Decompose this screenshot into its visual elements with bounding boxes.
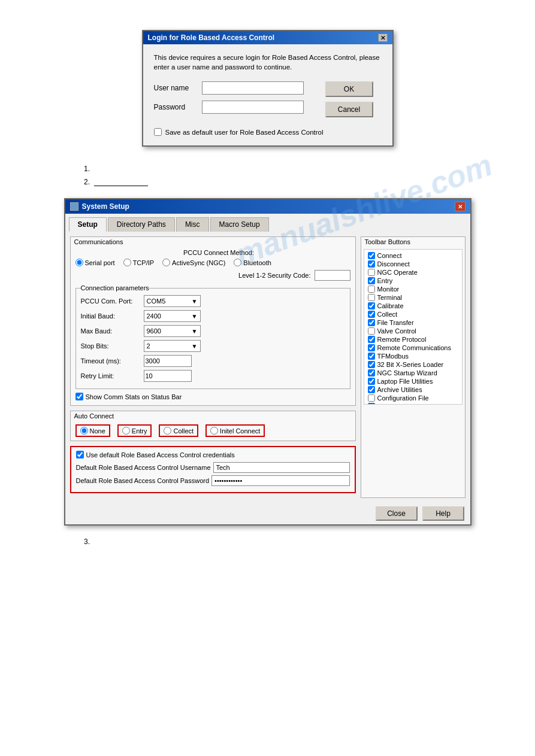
toolbar-item: NGC Startup Wizard: [368, 369, 458, 377]
toolbar-item-label: NGC Startup Wizard: [377, 369, 437, 377]
rbac-checkbox[interactable]: [76, 451, 84, 459]
right-panel: Toolbar Buttons ConnectDisconnectNGC Ope…: [361, 236, 466, 498]
toolbar-item: Connect: [368, 252, 458, 259]
rbac-password-row: Default Role Based Access Control Passwo…: [76, 475, 350, 486]
username-row: User name: [154, 81, 304, 95]
toolbar-item: Collect: [368, 311, 458, 318]
retry-row: Retry Limit:: [81, 370, 345, 382]
toolbar-item-checkbox[interactable]: [368, 361, 375, 368]
toolbar-item: Remote Communications: [368, 344, 458, 351]
ok-button[interactable]: OK: [325, 81, 373, 97]
auto-none[interactable]: None: [75, 424, 110, 437]
toolbar-section: Toolbar Buttons ConnectDisconnectNGC Ope…: [361, 236, 466, 498]
toolbar-item-checkbox[interactable]: [368, 336, 375, 343]
initial-baud-value: 2400: [147, 312, 161, 320]
toolbar-item-label: File Transfer: [377, 319, 414, 326]
toolbar-item: TFModbus: [368, 353, 458, 360]
toolbar-item-checkbox[interactable]: [368, 327, 375, 335]
toolbar-item-checkbox[interactable]: [368, 311, 375, 318]
rbac-checkbox-label: Use default Role Based Access Control cr…: [86, 451, 235, 459]
toolbar-list[interactable]: ConnectDisconnectNGC OperateEntryMonitor…: [364, 249, 463, 405]
comm-stats-checkbox[interactable]: [75, 393, 83, 400]
toolbar-item-checkbox[interactable]: [368, 386, 375, 393]
left-panel: Communications PCCU Connect Method: Seri…: [70, 236, 356, 498]
radio-serial[interactable]: Serial port: [75, 259, 115, 266]
toolbar-item-checkbox[interactable]: [368, 403, 375, 405]
security-input[interactable]: [315, 270, 350, 281]
comm-stats-label: Show Comm Stats on Status Bar: [86, 393, 182, 400]
toolbar-item-checkbox[interactable]: [368, 394, 375, 402]
retry-input[interactable]: [144, 370, 192, 382]
rbac-username-input[interactable]: [213, 462, 350, 473]
max-baud-select[interactable]: 9600 ▼: [144, 325, 201, 337]
toolbar-item: ID Manager: [368, 403, 458, 405]
radio-activesync[interactable]: ActiveSync (NGC): [162, 259, 225, 266]
initial-baud-select[interactable]: 2400 ▼: [144, 310, 201, 322]
toolbar-item: NGC Operate: [368, 269, 458, 276]
stop-bits-value: 2: [147, 342, 150, 350]
timeout-input[interactable]: [144, 355, 192, 367]
timeout-row: Timeout (ms):: [81, 355, 345, 367]
toolbar-item-checkbox[interactable]: [368, 252, 375, 259]
pccu-com-row: PCCU Com. Port: COM5 ▼: [81, 295, 345, 307]
login-titlebar: Login for Role Based Access Control ✕: [143, 31, 392, 44]
dropdown-arrow-icon: ▼: [192, 298, 198, 305]
toolbar-item-checkbox[interactable]: [368, 286, 375, 293]
stop-bits-label: Stop Bits:: [81, 342, 144, 350]
communications-inner: PCCU Connect Method: Serial port TCP/IP: [71, 247, 355, 405]
underline-ref: [94, 186, 148, 186]
auto-collect[interactable]: Collect: [159, 424, 198, 437]
toolbar-item-label: Configuration File: [377, 394, 429, 402]
toolbar-item-label: Entry: [377, 277, 393, 284]
tab-macro-setup[interactable]: Macro Setup: [210, 217, 269, 232]
radio-tcp[interactable]: TCP/IP: [123, 259, 154, 266]
toolbar-item: Entry: [368, 277, 458, 284]
tab-setup[interactable]: Setup: [69, 217, 107, 232]
security-row: Level 1-2 Security Code:: [75, 270, 350, 281]
list-item-1: 1.: [84, 165, 499, 173]
pccu-com-select[interactable]: COM5 ▼: [144, 295, 201, 307]
setup-title: System Setup: [82, 202, 129, 211]
dropdown-arrow-icon3: ▼: [192, 328, 198, 335]
save-default-checkbox[interactable]: [154, 128, 162, 136]
auto-entry[interactable]: Entry: [117, 424, 152, 437]
max-baud-row: Max Baud: 9600 ▼: [81, 325, 345, 337]
toolbar-item-checkbox[interactable]: [368, 294, 375, 301]
toolbar-item: Configuration File: [368, 394, 458, 402]
tab-misc[interactable]: Misc: [176, 217, 209, 232]
numbered-list: 1. 2.: [84, 165, 499, 186]
auto-connect-radios: None Entry Collect: [75, 424, 350, 437]
save-default-row: Save as default user for Role Based Acce…: [154, 128, 382, 136]
rbac-checkbox-row: Use default Role Based Access Control cr…: [76, 451, 350, 459]
username-input[interactable]: [202, 81, 304, 95]
cancel-button[interactable]: Cancel: [325, 102, 373, 117]
stop-bits-select[interactable]: 2 ▼: [144, 340, 201, 352]
save-default-label: Save as default user for Role Based Acce…: [165, 129, 324, 136]
toolbar-item-checkbox[interactable]: [368, 260, 375, 268]
rbac-password-input[interactable]: [211, 475, 349, 486]
toolbar-item: Monitor: [368, 286, 458, 293]
toolbar-item-checkbox[interactable]: [368, 302, 375, 309]
toolbar-item-checkbox[interactable]: [368, 344, 375, 351]
close-button[interactable]: Close: [376, 506, 418, 521]
toolbar-item-checkbox[interactable]: [368, 319, 375, 326]
toolbar-item-checkbox[interactable]: [368, 277, 375, 284]
tab-directory-paths[interactable]: Directory Paths: [108, 217, 175, 232]
toolbar-item-checkbox[interactable]: [368, 353, 375, 360]
setup-content: Communications PCCU Connect Method: Seri…: [65, 232, 470, 503]
help-button[interactable]: Help: [422, 506, 464, 521]
dropdown-arrow-icon2: ▼: [192, 313, 198, 320]
radio-bluetooth[interactable]: Bluetooth: [234, 259, 271, 266]
toolbar-item: 32 Bit X-Series Loader: [368, 361, 458, 368]
password-input[interactable]: [202, 101, 304, 114]
retry-label: Retry Limit:: [81, 372, 144, 379]
auto-intel[interactable]: Initel Connect: [205, 424, 265, 437]
toolbar-item-checkbox[interactable]: [368, 269, 375, 276]
dropdown-arrow-icon4: ▼: [192, 343, 198, 350]
toolbar-item-checkbox[interactable]: [368, 369, 375, 377]
toolbar-item-checkbox[interactable]: [368, 378, 375, 385]
login-close-button[interactable]: ✕: [378, 34, 388, 42]
setup-close-button[interactable]: ✕: [455, 202, 466, 211]
timeout-label: Timeout (ms):: [81, 357, 144, 365]
setup-icon: [70, 202, 78, 211]
